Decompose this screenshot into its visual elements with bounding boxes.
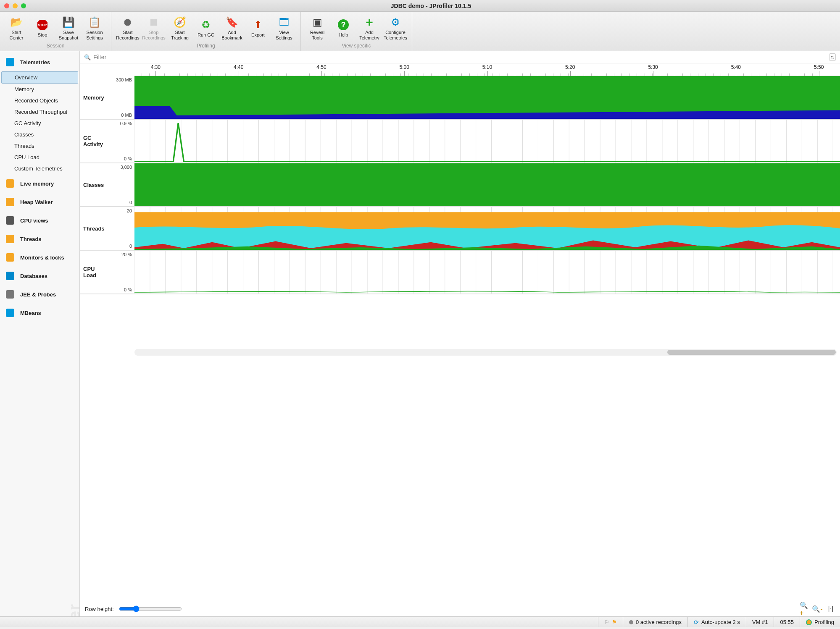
add-bookmark-icon: 🔖: [226, 16, 238, 29]
zoom-in-icon[interactable]: 🔍+: [800, 605, 808, 613]
status-tools[interactable]: ⚐ ⚑: [598, 617, 623, 627]
start-recordings-button[interactable]: ⏺Start Recordings: [115, 14, 141, 42]
sidebar-item-cpu-load[interactable]: CPU Load: [0, 152, 79, 163]
stop-label: Stop: [38, 32, 47, 37]
start-tracking-button[interactable]: 🧭Start Tracking: [167, 14, 193, 42]
add-bookmark-button[interactable]: 🔖Add Bookmark: [219, 14, 245, 42]
view-settings-button[interactable]: 🗔View Settings: [271, 14, 297, 42]
export-button[interactable]: ⬆Export: [245, 14, 271, 42]
chart-plot-cpu-load[interactable]: [134, 251, 840, 294]
record-icon: [629, 620, 633, 624]
pin-icon[interactable]: ⚐: [604, 619, 609, 625]
help-button[interactable]: ?Help: [330, 14, 356, 42]
status-autoupdate[interactable]: ⟳ Auto-update 2 s: [687, 617, 746, 627]
sidebar-section-mbeans[interactable]: MBeans: [0, 304, 79, 322]
svg-rect-10: [6, 272, 14, 280]
charts-area: 4:304:404:505:005:105:205:305:405:50 Mem…: [80, 63, 840, 601]
status-recordings[interactable]: 0 active recordings: [623, 617, 687, 627]
start-center-icon: 📂: [10, 16, 23, 29]
sort-toggle[interactable]: ⇅: [829, 53, 836, 61]
filter-input[interactable]: [93, 54, 827, 60]
time-tick-label: 5:00: [400, 64, 409, 70]
live-memory-icon: [4, 178, 16, 189]
save-snapshot-button[interactable]: 💾Save Snapshot: [55, 14, 82, 42]
minimize-icon[interactable]: [13, 3, 18, 8]
configure-telemetries-label: Configure Telemetries: [384, 30, 407, 40]
close-icon[interactable]: [4, 3, 9, 8]
chart-plot-classes[interactable]: [134, 163, 840, 206]
chart-plot-threads[interactable]: [134, 207, 840, 250]
zoom-out-icon[interactable]: 🔍-: [813, 605, 822, 613]
add-telemetry-label: Add Telemetry: [359, 30, 379, 40]
scrollbar-thumb[interactable]: [667, 350, 836, 355]
window-title: JDBC demo - JProfiler 10.1.5: [26, 3, 836, 9]
sidebar-item-overview[interactable]: Overview: [1, 71, 78, 84]
svg-text:?: ?: [341, 21, 346, 29]
row-height-slider[interactable]: [119, 605, 182, 612]
maximize-icon[interactable]: [21, 3, 26, 8]
stop-recordings-button: ⏹Stop Recordings: [141, 14, 167, 42]
chart-yaxis: 0.9 %0 %: [109, 120, 134, 162]
fit-width-icon[interactable]: |·|: [827, 605, 835, 613]
run-gc-button[interactable]: ♻Run GC: [193, 14, 219, 42]
reveal-tools-button[interactable]: ▣Reveal Tools: [304, 14, 330, 42]
sidebar-item-memory[interactable]: Memory: [0, 84, 79, 95]
status-vm[interactable]: VM #1: [746, 617, 774, 627]
sidebar-item-threads[interactable]: Threads: [0, 140, 79, 152]
sidebar-section-telemetries[interactable]: Telemetries: [0, 53, 79, 71]
chart-label: Classes: [80, 163, 109, 206]
start-center-label: Start Center: [9, 30, 23, 40]
toolbar-group-view-specific: ▣Reveal Tools?Help+Add Telemetry⚙Configu…: [301, 12, 412, 51]
chart-row-gc-activity[interactable]: GC Activity0.9 %0 %: [80, 120, 840, 163]
session-settings-icon: 📋: [88, 16, 101, 29]
run-gc-icon: ♻: [200, 18, 212, 31]
flag-icon[interactable]: ⚑: [612, 619, 617, 625]
sidebar-section-monitors-locks[interactable]: Monitors & locks: [0, 248, 79, 267]
time-tick-label: 5:20: [565, 64, 575, 70]
configure-telemetries-icon: ⚙: [389, 16, 402, 29]
sidebar-item-recorded-throughput[interactable]: Recorded Throughput: [0, 106, 79, 118]
status-profiling[interactable]: Profiling: [800, 617, 840, 627]
export-icon: ⬆: [252, 18, 264, 31]
start-recordings-icon: ⏺: [121, 16, 134, 29]
stop-recordings-icon: ⏹: [147, 16, 160, 29]
sidebar-section-heap-walker[interactable]: Heap Walker: [0, 193, 79, 211]
chart-row-threads[interactable]: Threads200: [80, 207, 840, 251]
threads-icon: [4, 233, 16, 245]
time-tick-label: 5:50: [814, 64, 824, 70]
chart-row-memory[interactable]: Memory300 MB0 MB: [80, 76, 840, 120]
chart-plot-memory[interactable]: [134, 76, 840, 119]
sidebar-section-jee-probes[interactable]: JEE & Probes: [0, 285, 79, 304]
sidebar-item-gc-activity[interactable]: GC Activity: [0, 118, 79, 129]
stop-button[interactable]: STOPStop: [29, 14, 55, 42]
sidebar-section-cpu-views[interactable]: CPU views: [0, 211, 79, 230]
chart-yaxis: 300 MB0 MB: [109, 76, 134, 119]
time-tick-label: 5:10: [482, 64, 492, 70]
svg-rect-5: [6, 179, 14, 188]
start-center-button[interactable]: 📂Start Center: [3, 14, 29, 42]
sidebar-item-recorded-objects[interactable]: Recorded Objects: [0, 95, 79, 106]
chart-label: Memory: [80, 76, 109, 119]
sidebar-item-classes[interactable]: Classes: [0, 129, 79, 140]
configure-telemetries-button[interactable]: ⚙Configure Telemetries: [382, 14, 408, 42]
reveal-tools-icon: ▣: [311, 16, 324, 29]
toolbar-group-profiling: ⏺Start Recordings⏹Stop Recordings🧭Start …: [111, 12, 301, 51]
sidebar-section-live-memory[interactable]: Live memory: [0, 174, 79, 193]
view-settings-label: View Settings: [276, 30, 292, 40]
sidebar-section-threads[interactable]: Threads: [0, 230, 79, 248]
sidebar-item-custom-telemetries[interactable]: Custom Telemetries: [0, 163, 79, 174]
chart-yaxis: 200: [109, 207, 134, 250]
svg-rect-7: [6, 216, 14, 225]
chart-plot-gc-activity[interactable]: [134, 120, 840, 162]
svg-rect-4: [6, 58, 14, 66]
horizontal-scrollbar[interactable]: [134, 349, 837, 356]
stop-recordings-label: Stop Recordings: [142, 30, 166, 40]
toolbar: 📂Start CenterSTOPStop💾Save Snapshot📋Sess…: [0, 12, 840, 51]
chart-row-cpu-load[interactable]: CPU Load20 %0 %: [80, 251, 840, 294]
refresh-icon: ⟳: [694, 619, 699, 626]
sidebar-section-databases[interactable]: Databases: [0, 267, 79, 285]
row-height-label: Row height:: [85, 606, 114, 612]
chart-row-classes[interactable]: Classes3,0000: [80, 163, 840, 207]
session-settings-button[interactable]: 📋Session Settings: [82, 14, 108, 42]
add-telemetry-button[interactable]: +Add Telemetry: [356, 14, 382, 42]
